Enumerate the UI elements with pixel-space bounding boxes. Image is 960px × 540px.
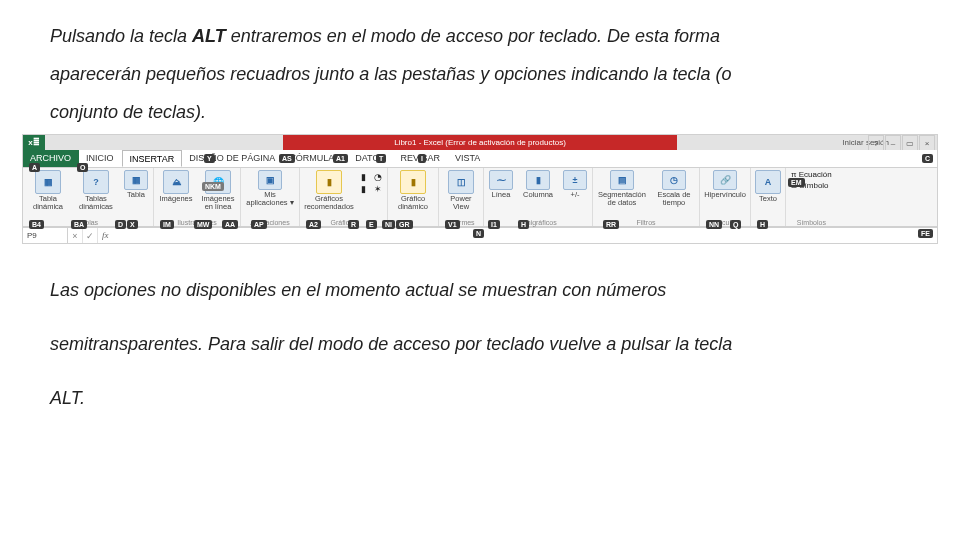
intro-line1c: entraremos en el modo de acceso por tecl… — [226, 26, 720, 46]
keytip-v1: V1 — [445, 220, 460, 229]
image-icon: ⛰ — [163, 170, 189, 194]
close-button[interactable]: × — [919, 135, 935, 151]
keytip-a2: A2 — [306, 220, 321, 229]
keytip-x: X — [127, 220, 138, 229]
keytip-q: Q — [730, 220, 741, 229]
fx-label[interactable]: fx — [98, 228, 109, 243]
keytip-em: EM — [788, 178, 805, 187]
excel-screenshot: x≣ Libro1 - Excel (Error de activación d… — [22, 134, 938, 244]
btn-spark-col[interactable]: ▮ Columna — [521, 170, 555, 199]
slicer-icon: ▤ — [610, 170, 634, 190]
help-button[interactable]: ? — [868, 135, 884, 151]
group-sparklines: ⁓ Línea ▮ Columna ± +/- Minigráficos I1 … — [484, 168, 593, 226]
intro-alt: ALT — [192, 26, 226, 46]
btn-timeline[interactable]: ◷ Escala de tiempo — [654, 170, 694, 207]
fbar-enter-icon[interactable]: ✓ — [83, 228, 98, 243]
tab-insertar[interactable]: INSERTAR — [122, 150, 183, 167]
group-tablas: ▦ Tabla dinámica ? Tablas dinámicas ▦ Ta… — [23, 168, 154, 226]
keytip-gr: GR — [396, 220, 413, 229]
btn-spark-line[interactable]: ⁓ Línea — [489, 170, 513, 199]
recpivot-icon: ? — [83, 170, 109, 194]
btn-my-apps[interactable]: ▣ Mis aplicaciones ▾ — [246, 170, 294, 207]
keytip-inicio: O — [77, 163, 88, 172]
tab-diseno[interactable]: DISEÑO DE PÁGINA — [182, 150, 283, 167]
outro-line2: semitransparentes. Para salir del modo d… — [50, 326, 910, 362]
btn-pivot-chart[interactable]: ▮ Gráfico dinámico — [393, 170, 433, 211]
ribbon-body: ▦ Tabla dinámica ? Tablas dinámicas ▦ Ta… — [23, 168, 937, 227]
minimize-button[interactable]: – — [885, 135, 901, 151]
group-charts: ▮ Gráficos recomendados ▮ ▮ ◔ ✶ Gráficos… — [300, 168, 388, 226]
keytip-rr: RR — [603, 220, 619, 229]
btn-hyperlink[interactable]: 🔗 Hipervínculo — [705, 170, 745, 199]
name-box[interactable]: P9 — [23, 228, 68, 243]
keytip-ba: BA — [71, 220, 87, 229]
window-title: Libro1 - Excel (Error de activación de p… — [283, 135, 677, 150]
group-reports: ◫ Power View Informes V1 — [439, 168, 484, 226]
pivot-chart-icon: ▮ — [400, 170, 426, 194]
keytip-e: E — [366, 220, 377, 229]
chart-type-icon[interactable]: ✶ — [374, 184, 382, 194]
intro-line1a: Pulsando la tecla — [50, 26, 192, 46]
tab-vista[interactable]: VISTA — [448, 150, 488, 167]
tab-datos[interactable]: DATOS — [348, 150, 393, 167]
group-apps: ▣ Mis aplicaciones ▾ Aplicaciones AP — [241, 168, 300, 226]
keytip-nkm: NKM — [202, 182, 224, 191]
pivot-icon: ▦ — [35, 170, 61, 194]
keytip-vista: I — [418, 154, 426, 163]
excel-app-icon[interactable]: x≣ — [23, 135, 45, 150]
title-bar[interactable]: x≣ Libro1 - Excel (Error de activación d… — [23, 135, 937, 150]
outro-line1: Las opciones no disponibles en el moment… — [50, 272, 910, 308]
btn-text[interactable]: A Texto — [756, 170, 780, 203]
chart-type-icon[interactable]: ◔ — [374, 172, 382, 182]
fbar-cancel-icon[interactable]: × — [68, 228, 83, 243]
btn-images[interactable]: ⛰ Imágenes — [159, 170, 193, 203]
btn-rec-charts[interactable]: ▮ Gráficos recomendados — [305, 170, 353, 211]
hyperlink-icon: 🔗 — [713, 170, 737, 190]
chart-type-icon[interactable]: ▮ — [361, 172, 366, 182]
intro-line2: aparecerán pequeños recuadros junto a la… — [50, 56, 910, 92]
group-links: 🔗 Hipervínculo Vínculos NN Q — [700, 168, 751, 226]
keytip-ni: NI — [382, 220, 395, 229]
intro-line3: conjunto de teclas). — [50, 94, 910, 130]
intro-paragraph: Pulsando la tecla ALT entraremos en el m… — [0, 0, 960, 130]
keytip-diseno: Y — [204, 154, 215, 163]
keytip-datos: A1 — [333, 154, 348, 163]
keytip-h2: H — [757, 220, 768, 229]
keytip-n: N — [473, 229, 484, 238]
keytip-nn: NN — [706, 220, 722, 229]
keytip-formulas: AS — [279, 154, 295, 163]
btn-slicer[interactable]: ▤ Segmentación de datos — [598, 170, 646, 207]
window-buttons: ? – ▭ × — [867, 135, 935, 151]
timeline-icon: ◷ — [662, 170, 686, 190]
btn-spark-wl[interactable]: ± +/- — [563, 170, 587, 199]
group-symbols: π Ecuación Ω Símbolo Símbolos EM — [786, 168, 837, 226]
apps-icon: ▣ — [258, 170, 282, 190]
spark-line-icon: ⁓ — [489, 170, 513, 190]
btn-pivot-table[interactable]: ▦ Tabla dinámica — [28, 170, 68, 211]
keytip-fe: FE — [918, 229, 933, 238]
keytip-ap: AP — [251, 220, 267, 229]
outro-paragraph: Las opciones no disponibles en el moment… — [0, 244, 960, 416]
group-pivotchart: ▮ Gráfico dinámico GR — [388, 168, 439, 226]
keytip-revisar: T — [376, 154, 386, 163]
chart-icon: ▮ — [316, 170, 342, 194]
keytip-r: R — [348, 220, 359, 229]
formula-bar: P9 × ✓ fx N FE — [23, 227, 937, 243]
restore-button[interactable]: ▭ — [902, 135, 918, 151]
btn-tabla[interactable]: ▦ Tabla — [124, 170, 148, 199]
group-text: A Texto H — [751, 168, 786, 226]
keytip-i1: I1 — [488, 220, 500, 229]
btn-rec-pivot[interactable]: ? Tablas dinámicas — [76, 170, 116, 211]
keytip-c: C — [922, 154, 933, 163]
keytip-b4: B4 — [29, 220, 44, 229]
ribbon-tabs: ARCHIVO INICIO INSERTAR DISEÑO DE PÁGINA… — [23, 150, 937, 168]
spark-wl-icon: ± — [563, 170, 587, 190]
powerview-icon: ◫ — [448, 170, 474, 194]
keytip-im: IM — [160, 220, 174, 229]
group-ilustraciones: ⛰ Imágenes 🌐 Imágenes en línea Ilustraci… — [154, 168, 241, 226]
chart-type-icon[interactable]: ▮ — [361, 184, 366, 194]
outro-line3: ALT. — [50, 380, 910, 416]
keytip-d: D — [115, 220, 126, 229]
text-icon: A — [755, 170, 781, 194]
btn-power-view[interactable]: ◫ Power View — [444, 170, 478, 211]
